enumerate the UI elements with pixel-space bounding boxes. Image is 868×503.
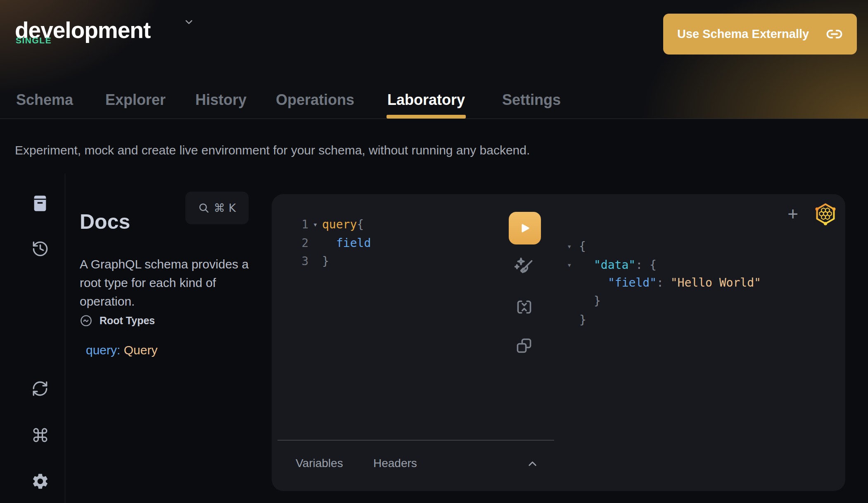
json-key: "field" [608, 276, 657, 289]
root-field-name[interactable]: query [86, 343, 117, 357]
docs-book-icon [33, 195, 47, 212]
docs-description: A GraphQL schema provides a root type fo… [80, 255, 255, 311]
tab-explorer[interactable]: Explorer [104, 81, 166, 119]
response-line: } [594, 292, 601, 310]
tab-headers[interactable]: Headers [373, 456, 417, 471]
gear-icon [31, 472, 50, 491]
use-schema-externally-button[interactable]: Use Schema Externally [663, 14, 857, 55]
editor-line: 1▾query{ [272, 215, 364, 234]
tab-variables[interactable]: Variables [296, 456, 343, 471]
sidebar-item-docs[interactable] [27, 190, 53, 216]
tab-history[interactable]: History [194, 81, 247, 119]
sidebar-divider [65, 173, 65, 503]
sidebar-item-reload-schema[interactable] [27, 376, 53, 401]
root-types-section: Root Types [80, 314, 155, 327]
prettify-broom-icon [513, 256, 535, 278]
merge-fragments-button[interactable] [515, 298, 534, 316]
response-line: } [579, 311, 586, 329]
line-number: 1 [272, 218, 308, 231]
collapse-footer-button[interactable] [526, 458, 539, 470]
code-brace: } [322, 254, 329, 268]
fold-triangle-icon[interactable]: ▾ [568, 261, 579, 269]
tab-schema[interactable]: Schema [15, 81, 74, 119]
json-key: "data" [594, 258, 636, 272]
graphql-hive-logo-icon [813, 202, 837, 226]
json-colon: : [657, 276, 671, 289]
docs-search-button[interactable]: ⌘ K [185, 192, 249, 224]
line-number: 3 [272, 254, 308, 268]
page-subtitle: Experiment, mock and create live environ… [15, 143, 530, 157]
line-number: 2 [272, 236, 308, 250]
laboratory-page: development SINGLE Use Schema Externally… [0, 0, 868, 503]
sidebar-item-shortcuts[interactable] [27, 422, 53, 448]
copy-query-button[interactable] [515, 337, 533, 355]
target-mode-badge: SINGLE [16, 36, 52, 45]
tab-laboratory[interactable]: Laboratory [387, 81, 466, 119]
json-brace: } [579, 313, 586, 327]
root-field-query-link[interactable]: query: Query [86, 343, 157, 357]
search-icon [198, 202, 209, 214]
sidebar-item-settings[interactable] [27, 468, 53, 494]
root-types-label: Root Types [100, 315, 155, 327]
chevron-up-icon [526, 458, 539, 470]
new-operation-tab-button[interactable]: + [783, 204, 803, 224]
json-string-value: "Hello World" [671, 276, 761, 289]
code-field: field [336, 236, 371, 250]
refresh-icon [31, 380, 49, 397]
editor-footer-divider [277, 440, 554, 441]
fold-triangle-icon[interactable]: ▾ [308, 221, 322, 228]
chevron-down-icon [183, 17, 194, 28]
root-types-icon [80, 314, 92, 327]
json-brace: { [579, 240, 586, 253]
code-brace: { [357, 218, 364, 231]
history-icon [31, 240, 49, 258]
main-tabs: Schema Explorer History Operations Labor… [0, 81, 868, 119]
app-header: development SINGLE Use Schema Externally… [0, 0, 868, 119]
editor-line: 3} [272, 252, 329, 270]
tab-operations[interactable]: Operations [275, 81, 355, 119]
target-selector-chevron[interactable] [183, 17, 194, 28]
use-schema-externally-label: Use Schema Externally [677, 27, 809, 41]
copy-icon [515, 337, 533, 355]
sidebar-item-history[interactable] [27, 236, 53, 261]
response-line: ▾"data": { [568, 256, 657, 274]
operation-panel: 1▾query{ 2field 3} [272, 194, 845, 491]
fold-triangle-icon[interactable]: ▾ [568, 243, 579, 250]
editor-line: 2field [272, 234, 371, 252]
prettify-query-button[interactable] [513, 256, 535, 278]
json-brace: { [650, 258, 657, 272]
json-colon: : [636, 258, 650, 272]
response-line: ▾{ [568, 237, 586, 256]
tab-settings[interactable]: Settings [501, 81, 562, 119]
docs-heading: Docs [80, 210, 130, 234]
play-icon [519, 222, 531, 235]
execute-query-button[interactable] [509, 212, 541, 244]
command-icon [32, 427, 49, 444]
json-brace: } [594, 294, 601, 308]
search-shortcut-label: ⌘ K [214, 202, 236, 214]
root-field-type[interactable]: Query [124, 343, 158, 357]
link-icon [826, 26, 843, 43]
root-field-separator: : [117, 343, 124, 357]
response-line: "field": "Hello World" [608, 273, 761, 292]
code-keyword: query [322, 218, 357, 231]
merge-icon [515, 298, 534, 316]
